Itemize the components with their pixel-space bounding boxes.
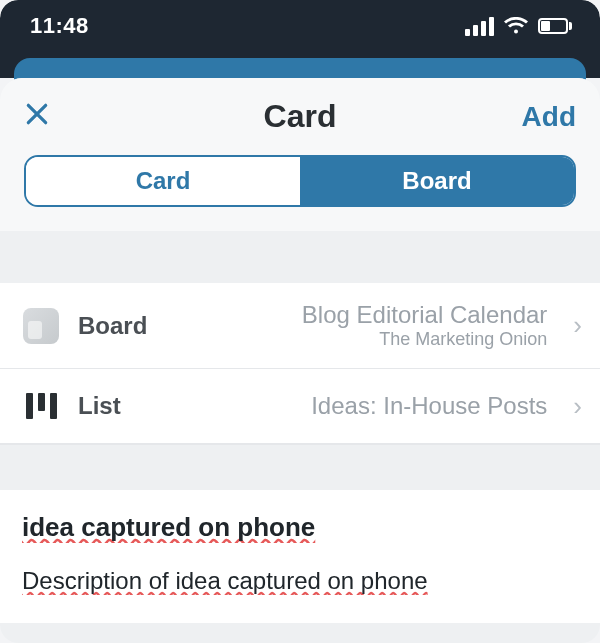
card-title-input[interactable] [22, 508, 578, 561]
battery-icon [538, 18, 572, 34]
list-label: List [78, 392, 178, 420]
status-icons [465, 17, 572, 36]
add-button[interactable]: Add [506, 101, 576, 133]
card-text-block [0, 490, 600, 623]
close-icon [24, 101, 50, 127]
segmented-control-wrap: Card Board [0, 147, 600, 231]
cellular-icon [465, 17, 494, 36]
list-icon [22, 387, 60, 425]
chevron-right-icon: › [565, 391, 582, 422]
board-value-sub: The Marketing Onion [379, 329, 547, 351]
close-button[interactable] [24, 98, 94, 135]
chevron-right-icon: › [565, 310, 582, 341]
status-bar: 11:48 [0, 0, 600, 58]
card-board-segmented[interactable]: Card Board [24, 155, 576, 207]
board-label: Board [78, 312, 178, 340]
list-value: Ideas: In-House Posts [196, 392, 547, 420]
sheet-navbar: Card Add [0, 78, 600, 147]
board-icon [22, 307, 60, 345]
board-selector-row[interactable]: Board Blog Editorial Calendar The Market… [0, 283, 600, 369]
list-value-main: Ideas: In-House Posts [311, 392, 547, 420]
board-value-main: Blog Editorial Calendar [302, 301, 547, 329]
list-selector-row[interactable]: List Ideas: In-House Posts › [0, 369, 600, 444]
background-card-peek [0, 58, 600, 78]
add-card-sheet: Card Add Card Board Board Blog Editorial… [0, 78, 600, 643]
sheet-title: Card [94, 98, 506, 135]
card-description-input[interactable] [22, 561, 578, 615]
segment-board[interactable]: Board [300, 157, 574, 205]
board-value: Blog Editorial Calendar The Marketing On… [196, 301, 547, 350]
wifi-icon [504, 17, 528, 35]
status-time: 11:48 [30, 13, 89, 39]
section-gap [0, 444, 600, 490]
segment-card[interactable]: Card [26, 157, 300, 205]
section-gap [0, 231, 600, 283]
